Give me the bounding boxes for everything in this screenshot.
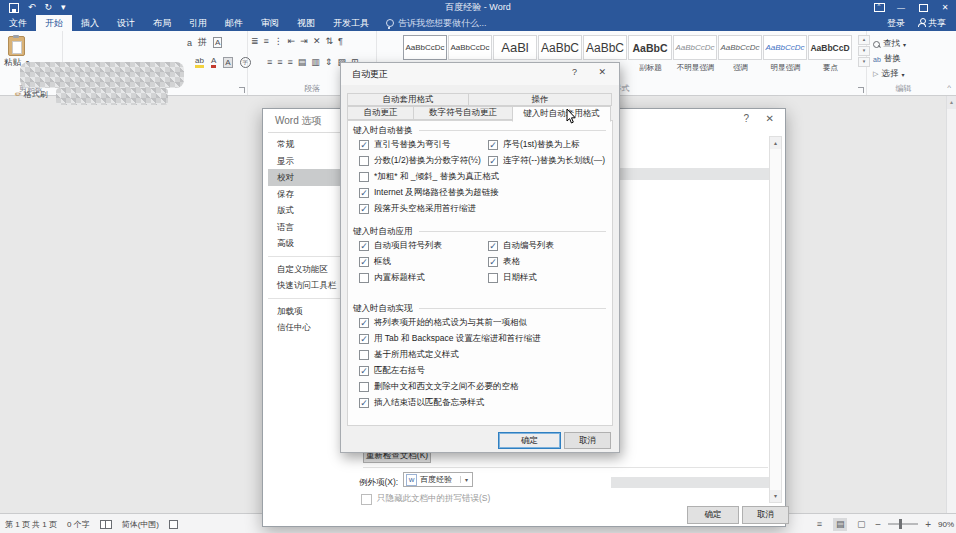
checkbox[interactable] xyxy=(488,273,498,283)
autocorrect-option[interactable]: 内置标题样式 xyxy=(359,272,488,284)
justify-icon[interactable]: ▤ xyxy=(298,57,307,67)
checkbox[interactable]: ✓ xyxy=(359,398,369,408)
ribbon-tab[interactable]: 视图 xyxy=(288,15,324,31)
ribbon-tab[interactable]: 布局 xyxy=(144,15,180,31)
hide-spelling-errors-checkbox[interactable]: 只隐藏此文档中的拼写错误(S) xyxy=(361,493,490,505)
decrease-indent-icon[interactable]: ⇤ xyxy=(288,36,296,46)
read-mode-icon[interactable]: ≡ xyxy=(812,518,826,531)
autocorrect-option[interactable]: ✓自动编号列表 xyxy=(488,240,554,252)
select-button[interactable]: ▷ 选择 ▾ xyxy=(873,68,904,80)
checkbox[interactable]: ✓ xyxy=(488,140,498,150)
show-formatting-marks-icon[interactable]: ¶ xyxy=(338,36,343,46)
checkbox[interactable] xyxy=(359,156,369,166)
help-icon[interactable]: ? xyxy=(743,113,749,124)
paste-button[interactable]: 粘贴 xyxy=(4,57,21,69)
ribbon-display-options-button[interactable]: ^ xyxy=(868,0,890,15)
zoom-level[interactable]: 90% xyxy=(938,520,954,529)
zoom-slider-thumb[interactable] xyxy=(899,519,902,529)
dialog-tab[interactable]: 数字符号自动更正 xyxy=(413,106,513,120)
redo-icon[interactable]: ↻ xyxy=(45,0,53,15)
scroll-down-icon[interactable]: ▾ xyxy=(770,490,781,502)
customize-qat-icon[interactable]: ▾ xyxy=(61,0,66,15)
sign-in-button[interactable]: 登录 xyxy=(887,17,905,30)
autocorrect-option[interactable]: ✓框线 xyxy=(359,256,488,268)
maximize-button[interactable] xyxy=(912,0,934,15)
ok-button[interactable]: 确定 xyxy=(498,432,561,449)
language-indicator[interactable]: 简体(中国) xyxy=(122,519,159,530)
dialog-tab[interactable]: 操作 xyxy=(468,93,612,106)
style-item[interactable]: AaBbCcD要点 xyxy=(808,35,853,73)
asian-layout-icon[interactable]: ✕ xyxy=(313,36,321,46)
checkbox[interactable]: ✓ xyxy=(359,257,369,267)
close-button[interactable]: ✕ xyxy=(934,0,956,15)
ribbon-tab[interactable]: 开发工具 xyxy=(324,15,378,31)
line-spacing-icon[interactable]: ⇕ xyxy=(325,57,333,67)
undo-icon[interactable]: ↶ xyxy=(28,0,36,15)
autocorrect-option[interactable]: ✓将列表项开始的格式设为与其前一项相似 xyxy=(359,317,527,329)
change-case-icon[interactable]: a xyxy=(187,38,192,48)
replace-button[interactable]: ab 替换 xyxy=(873,53,901,65)
checkbox[interactable]: ✓ xyxy=(359,188,369,198)
highlight-color-icon[interactable]: ab xyxy=(195,57,204,68)
checkbox[interactable]: ✓ xyxy=(488,156,498,166)
font-color-icon[interactable]: A xyxy=(211,57,216,68)
multilevel-list-icon[interactable]: ⋮ xyxy=(274,36,283,46)
character-border-icon[interactable]: A xyxy=(213,37,222,48)
ribbon-tab[interactable]: 开始 xyxy=(36,15,72,31)
autocorrect-option[interactable]: ✓插入结束语以匹配备忘录样式 xyxy=(359,397,485,409)
tell-me-box[interactable]: 告诉我您想要做什么... xyxy=(378,15,495,31)
checkbox[interactable] xyxy=(359,350,369,360)
ribbon-tab[interactable]: 审阅 xyxy=(252,15,288,31)
checkbox[interactable]: ✓ xyxy=(359,204,369,214)
bullets-icon[interactable]: ≣ xyxy=(251,36,259,46)
checkbox[interactable]: ✓ xyxy=(359,241,369,251)
ribbon-tab[interactable]: 引用 xyxy=(180,15,216,31)
checkbox[interactable]: ✓ xyxy=(359,366,369,376)
paste-icon[interactable] xyxy=(8,36,25,56)
style-item[interactable]: AaBbCcDc不明显强调 xyxy=(673,35,718,73)
dialog-launcher-icon[interactable] xyxy=(239,87,245,93)
checkbox[interactable]: ✓ xyxy=(359,140,369,150)
autocorrect-option[interactable]: ✓序号(1st)替换为上标 xyxy=(488,139,580,151)
character-shading-icon[interactable]: A xyxy=(223,57,232,68)
close-icon[interactable]: ✕ xyxy=(598,67,606,77)
ribbon-tab[interactable]: 插入 xyxy=(72,15,108,31)
options-scrollbar[interactable]: ▴ ▾ xyxy=(769,136,782,503)
increase-indent-icon[interactable]: ⇥ xyxy=(300,36,308,46)
help-icon[interactable]: ? xyxy=(572,67,577,77)
find-button[interactable]: 查找 ▾ xyxy=(873,38,906,50)
distribute-icon[interactable]: ▥ xyxy=(311,57,320,67)
dialog-tab[interactable]: 键入时自动套用格式 xyxy=(512,106,611,122)
autocorrect-option[interactable]: ✓表格 xyxy=(488,256,520,268)
autocorrect-option[interactable]: ✓连字符(--)替换为长划线(—) xyxy=(488,155,605,167)
ok-button[interactable]: 确定 xyxy=(687,506,739,524)
collapse-ribbon-icon[interactable]: ^ xyxy=(947,83,951,92)
checkbox[interactable]: ✓ xyxy=(488,241,498,251)
ribbon-tab[interactable]: 设计 xyxy=(108,15,144,31)
dialog-tab[interactable]: 自动套用格式 xyxy=(347,93,469,106)
word-count[interactable]: 0 个字 xyxy=(67,519,90,530)
autocorrect-option[interactable]: 日期样式 xyxy=(488,272,537,284)
ribbon-tab[interactable]: 邮件 xyxy=(216,15,252,31)
autocorrect-option[interactable]: ✓用 Tab 和 Backspace 设置左缩进和首行缩进 xyxy=(359,333,541,345)
autocorrect-option[interactable]: ✓自动项目符号列表 xyxy=(359,240,488,252)
autocorrect-option[interactable]: *加粗* 和 _倾斜_ 替换为真正格式 xyxy=(359,171,499,183)
numbering-icon[interactable]: ≡ xyxy=(264,36,269,46)
scroll-up-icon[interactable]: ▴ xyxy=(947,96,956,109)
close-icon[interactable]: ✕ xyxy=(766,113,774,124)
dialog-launcher-icon[interactable] xyxy=(858,87,864,93)
cancel-button[interactable]: 取消 xyxy=(564,432,611,449)
checkbox[interactable] xyxy=(359,172,369,182)
document-scrollbar[interactable]: ▴ xyxy=(946,96,956,513)
style-item[interactable]: AaBbCcDc强调 xyxy=(718,35,763,73)
checkbox[interactable]: ✓ xyxy=(359,334,369,344)
print-layout-icon[interactable]: ▤ xyxy=(833,518,847,531)
checkbox[interactable] xyxy=(359,273,369,283)
autocorrect-option[interactable]: 基于所用格式定义样式 xyxy=(359,349,459,361)
page-indicator[interactable]: 第 1 页 共 1 页 xyxy=(5,519,57,530)
cancel-button[interactable]: 取消 xyxy=(742,506,789,524)
checkbox[interactable]: ✓ xyxy=(488,257,498,267)
share-button[interactable]: 共享 xyxy=(918,17,946,30)
autocorrect-option[interactable]: 删除中文和西文文字之间不必要的空格 xyxy=(359,381,519,393)
style-item[interactable]: AaBbC副标题 xyxy=(628,35,673,73)
